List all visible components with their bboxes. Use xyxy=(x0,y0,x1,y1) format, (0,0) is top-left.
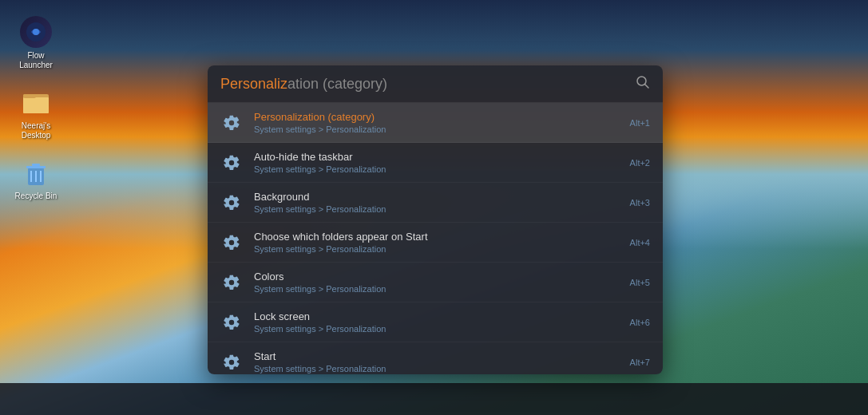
svg-rect-6 xyxy=(26,166,46,168)
result-title: Lock screen xyxy=(254,310,624,322)
flow-launcher-icon[interactable]: Flow Launcher xyxy=(12,16,60,70)
result-content: Choose which folders appear on Start Sys… xyxy=(254,231,624,254)
result-subtitle: System settings > Personalization xyxy=(254,125,624,134)
result-shortcut: Alt+2 xyxy=(630,158,650,168)
result-content: Start System settings > Personalization xyxy=(254,350,624,374)
result-gear-icon xyxy=(220,311,243,334)
result-shortcut: Alt+5 xyxy=(630,278,650,287)
result-item[interactable]: Start System settings > Personalization … xyxy=(208,342,663,374)
neeraj-desktop-img xyxy=(20,86,52,118)
result-gear-icon xyxy=(220,351,243,374)
neeraj-desktop-label: Neeraj's Desktop xyxy=(12,121,60,140)
result-item[interactable]: Personalization (category) System settin… xyxy=(208,103,663,143)
result-item[interactable]: Auto-hide the taskbar System settings > … xyxy=(208,143,663,183)
result-content: Personalization (category) System settin… xyxy=(254,111,624,134)
result-shortcut: Alt+7 xyxy=(630,358,650,367)
search-header: Personalization (category) xyxy=(208,65,663,103)
results-list: Personalization (category) System settin… xyxy=(208,103,663,374)
search-text: Personalization (category) xyxy=(220,76,387,93)
result-subtitle: System settings > Personalization xyxy=(254,204,624,214)
result-content: Lock screen System settings > Personaliz… xyxy=(254,310,624,334)
result-shortcut: Alt+4 xyxy=(630,238,650,247)
search-highlight: Personaliz xyxy=(220,76,287,92)
result-title: Choose which folders appear on Start xyxy=(254,231,624,243)
result-subtitle: System settings > Personalization xyxy=(254,284,624,294)
result-title: Colors xyxy=(254,271,624,283)
svg-point-1 xyxy=(33,29,39,35)
result-shortcut: Alt+6 xyxy=(630,318,650,327)
result-shortcut: Alt+1 xyxy=(630,118,650,128)
result-subtitle: System settings > Personalization xyxy=(254,324,624,334)
recycle-bin-img xyxy=(20,156,52,188)
search-button[interactable] xyxy=(636,75,650,93)
svg-rect-3 xyxy=(23,97,49,113)
search-suffix: ation (category) xyxy=(287,76,387,92)
result-subtitle: System settings > Personalization xyxy=(254,364,624,374)
svg-rect-7 xyxy=(32,164,40,166)
result-gear-icon xyxy=(220,231,243,254)
flow-launcher-label: Flow Launcher xyxy=(12,51,60,70)
result-shortcut: Alt+3 xyxy=(630,198,650,208)
result-title: Start xyxy=(254,350,624,362)
result-subtitle: System settings > Personalization xyxy=(254,164,624,174)
search-input-area[interactable]: Personalization (category) xyxy=(220,76,636,93)
result-item[interactable]: Choose which folders appear on Start Sys… xyxy=(208,223,663,263)
result-gear-icon xyxy=(220,271,243,294)
search-popup: Personalization (category) Personalizati… xyxy=(208,65,663,374)
result-content: Auto-hide the taskbar System settings > … xyxy=(254,151,624,174)
result-title: Personalization (category) xyxy=(254,111,624,123)
result-item[interactable]: Colors System settings > Personalization… xyxy=(208,263,663,302)
result-subtitle: System settings > Personalization xyxy=(254,244,624,254)
result-title: Background xyxy=(254,191,624,203)
result-title: Auto-hide the taskbar xyxy=(254,151,624,163)
svg-line-12 xyxy=(645,85,649,89)
result-content: Background System settings > Personaliza… xyxy=(254,191,624,214)
neeraj-desktop-icon[interactable]: Neeraj's Desktop xyxy=(12,86,60,140)
result-content: Colors System settings > Personalization xyxy=(254,271,624,294)
result-item[interactable]: Lock screen System settings > Personaliz… xyxy=(208,302,663,342)
result-gear-icon xyxy=(220,152,243,174)
svg-rect-4 xyxy=(23,94,36,98)
result-gear-icon xyxy=(220,192,243,214)
result-gear-icon xyxy=(220,112,243,134)
recycle-bin-label: Recycle Bin xyxy=(15,192,57,201)
flow-launcher-img xyxy=(20,16,52,48)
recycle-bin-icon[interactable]: Recycle Bin xyxy=(15,156,57,201)
taskbar xyxy=(0,383,868,415)
desktop-icons-area: Flow Launcher Neeraj's Desktop Recycle B… xyxy=(8,0,64,383)
result-item[interactable]: Background System settings > Personaliza… xyxy=(208,183,663,223)
